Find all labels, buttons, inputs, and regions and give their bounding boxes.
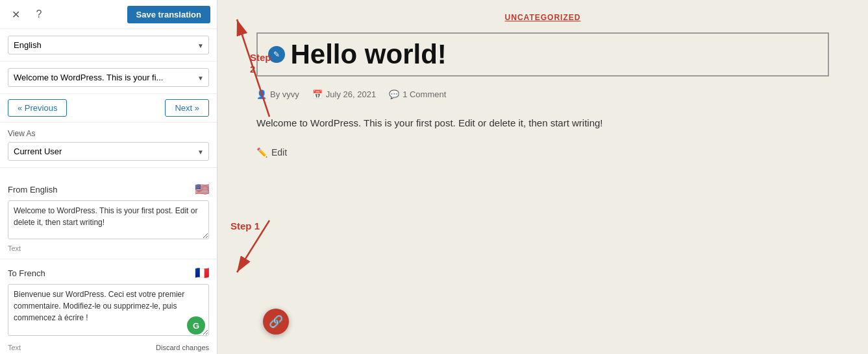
nav-buttons: « Previous Next » — [0, 94, 217, 123]
to-lang-flag: 🇫🇷 — [195, 266, 209, 280]
author-text: By vyvy — [270, 89, 299, 99]
step2-text: Step 2 — [250, 52, 271, 75]
post-meta: 👤 By vyvy 📅 July 26, 2021 💬 1 Comment — [256, 89, 829, 99]
top-bar: ✕ ? Save translation — [0, 0, 217, 29]
view-as-select[interactable]: Current User Visitor — [8, 142, 209, 161]
post-select-wrapper: Welcome to WordPress. This is your fi...… — [8, 68, 209, 87]
from-lang-header: From English 🇺🇸 — [8, 182, 209, 196]
to-field-type: Text — [8, 344, 21, 351]
comment-text: 1 Comment — [403, 89, 446, 99]
post-select-section: Welcome to WordPress. This is your fi...… — [0, 62, 217, 94]
from-lang-flag: 🇺🇸 — [195, 182, 209, 196]
post-content: Welcome to WordPress. This is your first… — [256, 115, 659, 132]
edit-link-icon: ✏️ — [256, 147, 267, 158]
category-label: UNCATEGORIZED — [256, 13, 829, 22]
post-select[interactable]: Welcome to WordPress. This is your fi... — [8, 68, 209, 87]
save-translation-button[interactable]: Save translation — [127, 6, 210, 23]
step1-label: Step 1 — [230, 220, 260, 232]
language-select-wrapper: English French Spanish ▼ — [8, 36, 209, 54]
view-as-section: View As Current User Visitor ▼ — [0, 123, 217, 168]
discard-changes-link[interactable]: Discard changes — [156, 344, 209, 351]
from-text-area[interactable]: Welcome to WordPress. This is your first… — [8, 200, 209, 239]
view-as-label: View As — [8, 129, 209, 138]
link-icon: 🔗 — [269, 314, 283, 329]
post-date: 📅 July 26, 2021 — [312, 89, 376, 99]
language-select[interactable]: English French Spanish — [8, 36, 209, 54]
help-button[interactable]: ? — [30, 5, 48, 23]
to-text-area[interactable]: Bienvenue sur WordPress. Ceci est votre … — [8, 284, 209, 336]
post-comments: 💬 1 Comment — [389, 89, 446, 99]
previous-button[interactable]: « Previous — [8, 99, 67, 117]
step2-label: Step 2 — [250, 52, 271, 75]
left-panel: ✕ ? Save translation English French Span… — [0, 0, 217, 354]
comment-icon: 💬 — [389, 89, 399, 99]
date-icon: 📅 — [312, 89, 323, 99]
to-lang-label: To French — [8, 268, 45, 278]
view-as-select-wrapper: Current User Visitor ▼ — [8, 142, 209, 161]
edit-link[interactable]: ✏️ Edit — [256, 147, 829, 158]
floating-link-button[interactable]: 🔗 — [263, 309, 289, 335]
next-button[interactable]: Next » — [165, 99, 209, 117]
to-section: To French 🇫🇷 Bienvenue sur WordPress. Ce… — [0, 259, 217, 354]
to-translation-wrapper: Bienvenue sur WordPress. Ceci est votre … — [8, 284, 209, 338]
from-section: From English 🇺🇸 Welcome to WordPress. Th… — [0, 176, 217, 259]
to-lang-header: To French 🇫🇷 — [8, 266, 209, 280]
post-author: 👤 By vyvy — [256, 89, 299, 99]
google-translate-button[interactable]: G — [187, 316, 205, 335]
edit-link-text: Edit — [271, 147, 287, 158]
right-panel: UNCATEGORIZED ✎ Hello world! 👤 By vyvy 📅… — [217, 0, 868, 354]
date-text: July 26, 2021 — [326, 89, 376, 99]
author-icon: 👤 — [256, 89, 267, 99]
post-title: Hello world! — [290, 39, 446, 69]
post-title-wrapper: ✎ Hello world! — [256, 32, 829, 77]
from-field-type: Text — [8, 244, 209, 252]
from-lang-label: From English — [8, 185, 58, 195]
step1-text: Step 1 — [230, 220, 260, 231]
language-section: English French Spanish ▼ — [0, 29, 217, 62]
close-button[interactable]: ✕ — [6, 5, 25, 23]
